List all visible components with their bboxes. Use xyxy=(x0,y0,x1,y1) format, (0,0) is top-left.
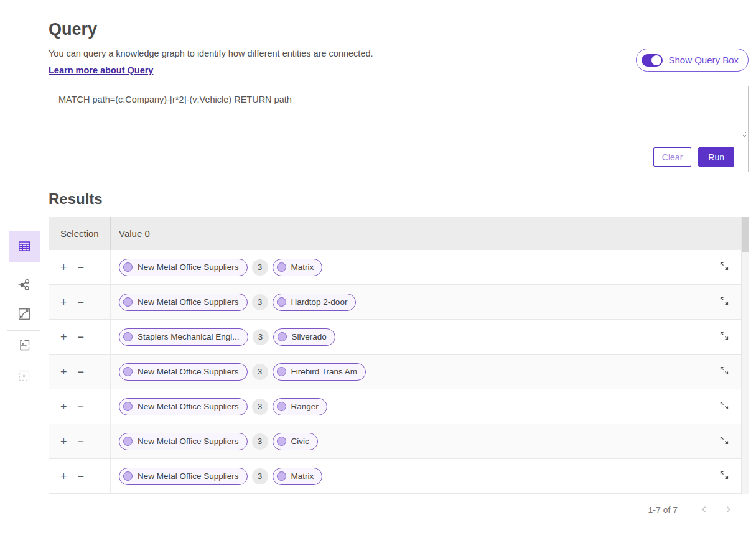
add-selection-button[interactable]: + xyxy=(60,262,67,273)
add-selection-button[interactable]: + xyxy=(60,366,67,378)
learn-more-link[interactable]: Learn more about Query xyxy=(49,65,153,75)
target-vertex-pill[interactable]: Silverado xyxy=(273,328,335,346)
vertex-dot-icon xyxy=(277,437,286,446)
edge-count-badge[interactable]: 3 xyxy=(252,399,268,415)
expand-diagonal-icon xyxy=(719,365,730,378)
source-vertex-pill[interactable]: New Metal Office Suppliers xyxy=(119,259,248,276)
results-panel: Selection Value 0 + − New Metal Office S… xyxy=(49,217,749,526)
clear-button[interactable]: Clear xyxy=(653,147,691,167)
table-view-button[interactable] xyxy=(9,231,40,262)
vertex-dot-icon xyxy=(277,402,286,411)
target-vertex-pill[interactable]: Ranger xyxy=(273,398,327,415)
run-button[interactable]: Run xyxy=(698,147,734,167)
query-input[interactable]: MATCH path=(c:Company)-[r*2]-(v:Vehicle)… xyxy=(49,86,748,142)
target-vertex-pill[interactable]: Matrix xyxy=(273,468,323,485)
main-content: Query You can query a knowledge graph to… xyxy=(49,0,749,526)
target-vertex-pill[interactable]: Hardtop 2-door xyxy=(273,294,357,311)
query-editor-area: MATCH path=(c:Company)-[r*2]-(v:Vehicle)… xyxy=(49,86,748,142)
value-cell: New Metal Office Suppliers 3 Firebird Tr… xyxy=(111,355,741,389)
remove-selection-button[interactable]: − xyxy=(78,401,85,412)
vertex-dot-icon xyxy=(123,297,133,307)
vertex-dot-icon xyxy=(123,402,133,411)
expand-row-button[interactable] xyxy=(716,328,732,346)
edge-count-badge[interactable]: 3 xyxy=(253,329,269,345)
expand-row-button[interactable] xyxy=(716,363,732,381)
vertex-dot-icon xyxy=(278,332,287,341)
previous-page-button[interactable] xyxy=(693,499,716,521)
expand-row-button[interactable] xyxy=(716,432,732,450)
source-vertex-label: New Metal Office Suppliers xyxy=(138,367,239,376)
target-vertex-label: Matrix xyxy=(291,262,314,272)
target-vertex-label: Civic xyxy=(291,437,309,446)
expand-row-button[interactable] xyxy=(716,293,732,311)
source-vertex-pill[interactable]: New Metal Office Suppliers xyxy=(119,294,248,311)
query-footer: Clear Run xyxy=(49,142,748,172)
expand-row-button[interactable] xyxy=(716,397,732,415)
graph-network-icon xyxy=(17,277,32,294)
target-vertex-pill[interactable]: Civic xyxy=(273,433,318,450)
selection-cell: + − xyxy=(49,459,111,493)
target-vertex-pill[interactable]: Firebird Trans Am xyxy=(273,363,366,381)
source-vertex-pill[interactable]: Staplers Mechanical Engi... xyxy=(119,328,248,346)
path-view-button[interactable] xyxy=(9,307,40,322)
next-page-button[interactable] xyxy=(716,499,740,521)
value-cell: New Metal Office Suppliers 3 Matrix xyxy=(111,459,741,493)
source-vertex-label: New Metal Office Suppliers xyxy=(138,402,239,411)
edge-count-badge[interactable]: 3 xyxy=(252,364,268,380)
scrollbar-thumb[interactable] xyxy=(742,217,749,252)
source-vertex-pill[interactable]: New Metal Office Suppliers xyxy=(119,363,248,381)
selection-cell: + − xyxy=(49,424,111,458)
results-title: Results xyxy=(49,190,749,208)
target-vertex-pill[interactable]: Matrix xyxy=(273,259,323,276)
capture-view-button[interactable] xyxy=(9,338,40,353)
toggle-switch-on-icon[interactable] xyxy=(642,54,663,67)
remove-selection-button[interactable]: − xyxy=(78,366,85,378)
source-vertex-pill[interactable]: New Metal Office Suppliers xyxy=(119,468,248,485)
table-row: + − New Metal Office Suppliers 3 Hardtop… xyxy=(49,285,749,320)
expand-row-button[interactable] xyxy=(716,467,732,485)
remove-selection-button[interactable]: − xyxy=(78,471,85,482)
edge-count-badge[interactable]: 3 xyxy=(252,433,268,450)
edge-count-badge[interactable]: 3 xyxy=(252,259,268,276)
vertex-dot-icon xyxy=(123,332,133,341)
vertex-dot-icon xyxy=(277,367,286,376)
capture-image-icon xyxy=(17,338,32,355)
source-vertex-pill[interactable]: New Metal Office Suppliers xyxy=(119,433,248,450)
intro-row: You can query a knowledge graph to ident… xyxy=(49,49,749,76)
add-selection-button[interactable]: + xyxy=(60,436,67,447)
selection-cell: + − xyxy=(49,320,111,354)
add-selection-button[interactable]: + xyxy=(60,297,67,308)
vertex-dot-icon xyxy=(277,262,286,272)
remove-selection-button[interactable]: − xyxy=(78,262,85,273)
expand-diagonal-icon xyxy=(719,400,730,413)
pagination-range-label: 1-7 of 7 xyxy=(648,505,678,515)
view-switcher-toolbar xyxy=(7,231,40,384)
remove-selection-button[interactable]: − xyxy=(78,436,85,447)
table-row: + − Staplers Mechanical Engi... 3 Silver… xyxy=(49,320,749,355)
add-selection-button[interactable]: + xyxy=(60,401,67,412)
vertex-dot-icon xyxy=(123,437,133,446)
value-cell: New Metal Office Suppliers 3 Matrix xyxy=(111,250,741,284)
page-title: Query xyxy=(49,20,749,39)
intro-text-block: You can query a knowledge graph to ident… xyxy=(49,49,373,76)
edge-count-badge[interactable]: 3 xyxy=(252,294,268,310)
table-scrollbar[interactable] xyxy=(741,217,749,494)
add-selection-button[interactable]: + xyxy=(60,471,67,482)
source-vertex-pill[interactable]: New Metal Office Suppliers xyxy=(119,398,248,415)
table-row: + − New Metal Office Suppliers 3 Matrix xyxy=(49,250,749,285)
query-panel: MATCH path=(c:Company)-[r*2]-(v:Vehicle)… xyxy=(49,86,749,172)
expand-row-button[interactable] xyxy=(716,258,732,276)
add-selection-button[interactable]: + xyxy=(60,331,67,343)
remove-selection-button[interactable]: − xyxy=(78,331,85,343)
expand-diagonal-icon xyxy=(719,435,730,448)
vertex-dot-icon xyxy=(277,471,286,481)
target-vertex-label: Hardtop 2-door xyxy=(291,297,348,307)
graph-view-button[interactable] xyxy=(9,278,40,293)
remove-selection-button[interactable]: − xyxy=(78,297,85,308)
table-row: + − New Metal Office Suppliers 3 Firebir… xyxy=(49,355,749,389)
edge-count-badge[interactable]: 3 xyxy=(252,468,268,484)
source-vertex-label: New Metal Office Suppliers xyxy=(138,437,239,446)
show-query-box-toggle[interactable]: Show Query Box xyxy=(636,49,749,72)
resize-handle-icon[interactable] xyxy=(740,129,747,140)
expand-diagonal-icon xyxy=(719,330,730,343)
